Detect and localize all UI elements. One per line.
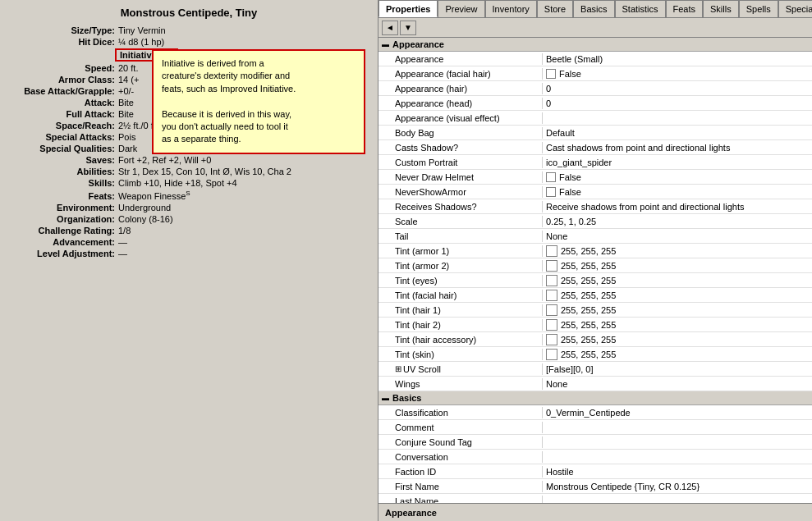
prop-row-tail[interactable]: Tail None	[378, 229, 812, 244]
prop-name: Conjure Sound Tag	[378, 436, 543, 448]
prop-row-uv-scroll[interactable]: ⊞ UV Scroll [False][0, 0]	[378, 362, 812, 377]
prop-name: Tint (hair accessory)	[378, 334, 543, 345]
prop-row-classification[interactable]: Classification 0_Vermin_Centipede	[378, 405, 812, 420]
stat-label: Special Qualities:	[8, 144, 115, 153]
prop-name: Tint (eyes)	[378, 275, 543, 286]
stat-label: Special Attacks:	[8, 132, 115, 142]
prop-name: Conversation	[378, 451, 543, 463]
stat-value: Underground	[118, 203, 369, 213]
stat-label: Size/Type:	[8, 25, 115, 35]
prop-row-tint-hair-accessory[interactable]: Tint (hair accessory) 255, 255, 255	[378, 332, 812, 347]
prop-value: [False][0, 0]	[543, 363, 812, 375]
tab-special-abilities[interactable]: Special Abili	[778, 0, 812, 17]
stat-label: Feats:	[8, 191, 115, 201]
prop-row-receives-shadows[interactable]: Receives Shadows? Receive shadows from p…	[378, 199, 812, 214]
prop-name: Tint (armor 1)	[378, 245, 543, 257]
stat-label: Attack:	[8, 98, 115, 107]
stat-row: Size/Type: Tiny Vermin	[8, 25, 369, 35]
color-swatch[interactable]	[546, 275, 557, 286]
stat-label: Environment:	[8, 203, 115, 213]
prop-value	[543, 117, 812, 119]
prop-row-conversation[interactable]: Conversation	[378, 450, 812, 464]
prop-value: Beetle (Small)	[543, 53, 812, 65]
prop-name: Comment	[378, 422, 543, 433]
prop-row-body-bag[interactable]: Body Bag Default	[378, 126, 812, 140]
checkbox-icon[interactable]	[546, 69, 556, 79]
prop-row-tint-armor1[interactable]: Tint (armor 1) 255, 255, 255	[378, 244, 812, 258]
prop-value: 255, 255, 255	[543, 348, 812, 361]
prop-row-tint-skin[interactable]: Tint (skin) 255, 255, 255	[378, 347, 812, 362]
prop-value: 255, 255, 255	[543, 318, 812, 331]
tab-properties[interactable]: Properties	[378, 0, 438, 17]
prop-row-never-show-armor[interactable]: NeverShowArmor False	[378, 185, 812, 199]
stat-label: Full Attack:	[8, 109, 115, 119]
prop-row-conjure-sound[interactable]: Conjure Sound Tag	[378, 435, 812, 450]
stat-row: Organization: Colony (8-16)	[8, 214, 369, 224]
prop-row-tint-armor2[interactable]: Tint (armor 2) 255, 255, 255	[378, 258, 812, 273]
tab-preview[interactable]: Preview	[438, 0, 484, 17]
properties-area[interactable]: ▬ Appearance Appearance Beetle (Small) A…	[378, 38, 812, 503]
prop-row-scale[interactable]: Scale 0.25, 1, 0.25	[378, 214, 812, 229]
color-swatch[interactable]	[546, 245, 557, 257]
checkbox-icon[interactable]	[546, 187, 556, 197]
tab-bar: Properties Preview Inventory Store Basic…	[378, 0, 812, 18]
prop-row-tint-eyes[interactable]: Tint (eyes) 255, 255, 255	[378, 273, 812, 288]
prop-name: Body Bag	[378, 127, 543, 139]
stat-value: —	[118, 237, 369, 247]
tab-skills[interactable]: Skills	[703, 0, 739, 17]
prop-name: Tint (facial hair)	[378, 290, 543, 301]
status-label: Appearance	[385, 508, 437, 518]
prop-row-head[interactable]: Appearance (head) 0	[378, 96, 812, 111]
prop-row-tint-hair1[interactable]: Tint (hair 1) 255, 255, 255	[378, 303, 812, 318]
prop-name: Wings	[378, 378, 543, 390]
tab-spells[interactable]: Spells	[739, 0, 778, 17]
stat-row: Challenge Rating: 1/8	[8, 226, 369, 235]
color-swatch[interactable]	[546, 260, 557, 272]
tooltip-line5: Because it is derived in this way,	[162, 108, 356, 121]
stat-row: Environment: Underground	[8, 203, 369, 213]
stat-label: Space/Reach:	[8, 121, 115, 130]
section-toggle-icon: ▬	[382, 40, 389, 48]
toolbar-button-2[interactable]: ▼	[400, 21, 416, 35]
prop-value: 0.25, 1, 0.25	[543, 216, 812, 227]
prop-row-hair[interactable]: Appearance (hair) 0	[378, 81, 812, 96]
prop-row-wings[interactable]: Wings None	[378, 377, 812, 391]
stat-label: Advancement:	[8, 237, 115, 247]
tab-basics[interactable]: Basics	[573, 0, 614, 17]
prop-row-facial-hair[interactable]: Appearance (facial hair) False	[378, 66, 812, 81]
stat-row: Hit Dice: ¼ d8 (1 hp)	[8, 37, 369, 47]
prop-row-tint-hair2[interactable]: Tint (hair 2) 255, 255, 255	[378, 318, 812, 332]
stat-row: Abilities: Str 1, Dex 15, Con 10, Int Ø,…	[8, 167, 369, 176]
tooltip-line6: you don't actually need to tool it	[162, 121, 356, 133]
toolbar-button-1[interactable]: ◄	[382, 21, 398, 35]
color-swatch[interactable]	[546, 334, 557, 345]
prop-row-comment[interactable]: Comment	[378, 420, 812, 435]
tab-feats[interactable]: Feats	[666, 0, 704, 17]
tab-store[interactable]: Store	[537, 0, 573, 17]
prop-row-custom-portrait[interactable]: Custom Portrait ico_giant_spider	[378, 155, 812, 170]
stat-row: Feats: Weapon FinesseS	[8, 190, 369, 201]
prop-row-first-name[interactable]: First Name Monstrous Centipede {Tiny, CR…	[378, 479, 812, 494]
section-header-appearance[interactable]: ▬ Appearance	[378, 38, 812, 52]
stat-label: Hit Dice:	[8, 37, 115, 47]
color-swatch[interactable]	[546, 319, 557, 331]
checkbox-icon[interactable]	[546, 172, 556, 182]
tab-inventory[interactable]: Inventory	[485, 0, 537, 17]
prop-row-appearance[interactable]: Appearance Beetle (Small)	[378, 52, 812, 66]
prop-value: Cast shadows from point and directional …	[543, 142, 812, 153]
prop-name: First Name	[378, 481, 543, 492]
tab-statistics[interactable]: Statistics	[615, 0, 666, 17]
color-swatch[interactable]	[546, 349, 557, 360]
prop-row-faction-id[interactable]: Faction ID Hostile	[378, 464, 812, 479]
section-header-basics[interactable]: ▬ Basics	[378, 391, 812, 405]
prop-row-tint-facial-hair[interactable]: Tint (facial hair) 255, 255, 255	[378, 288, 812, 303]
prop-value	[543, 500, 812, 502]
prop-row-never-draw-helmet[interactable]: Never Draw Helmet False	[378, 170, 812, 185]
prop-row-casts-shadow[interactable]: Casts Shadow? Cast shadows from point an…	[378, 140, 812, 155]
prop-row-last-name[interactable]: Last Name	[378, 494, 812, 503]
prop-value	[543, 456, 812, 458]
prop-row-visual-effect[interactable]: Appearance (visual effect)	[378, 111, 812, 126]
prop-value: 255, 255, 255	[543, 289, 812, 302]
color-swatch[interactable]	[546, 290, 557, 301]
color-swatch[interactable]	[546, 304, 557, 316]
